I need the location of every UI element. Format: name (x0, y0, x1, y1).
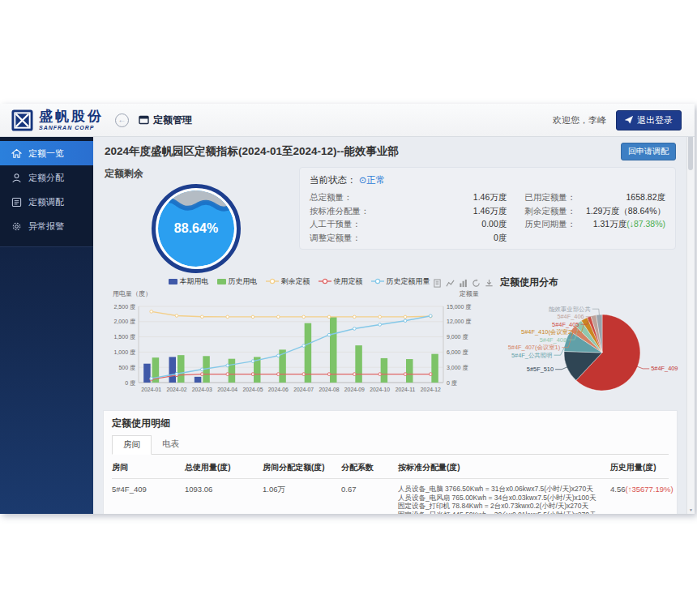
sidebar: 定额一览定额分配定额调配异常报警 (0, 136, 93, 514)
svg-text:5#4F_407(会议室1): 5#4F_407(会议室1) (508, 344, 561, 351)
welcome-text: 欢迎您，李峰 (553, 114, 606, 126)
status-pair-right-2: 剩余定额量：1.29万度（88.64%） (524, 204, 665, 218)
user-icon (11, 173, 22, 183)
logout-button[interactable]: 退出登录 (616, 110, 682, 130)
legend-marker (266, 278, 279, 286)
svg-text:2024-06: 2024-06 (268, 387, 289, 392)
charts-section: 本期用电历史用电剩余定额使用定额历史定额用量 用电量（度） 定额量 0 度0 度… (93, 273, 687, 403)
quota-distribution-block: 定额使用分布 5#4F_4095#5F_5105#4F_公共照明5#4F_407… (498, 276, 679, 403)
coef-cell: 0.67 (341, 485, 398, 514)
status-pair-label: 人工干预量： (310, 217, 361, 231)
breadcrumb: 定额管理 (139, 113, 192, 127)
history-percent: (↑35677.19%) (626, 485, 673, 494)
sidebar-item-4[interactable]: 异常报警 (0, 214, 93, 238)
save-image-icon[interactable] (485, 276, 494, 291)
svg-text:0 度: 0 度 (447, 380, 457, 387)
legend-label: 历史定额用量 (387, 276, 430, 287)
usage-bar-chart-block: 本期用电历史用电剩余定额使用定额历史定额用量 用电量（度） 定额量 0 度0 度… (105, 276, 494, 403)
data-view-icon[interactable] (433, 276, 442, 291)
legend-marker (217, 279, 226, 284)
restore-icon[interactable] (472, 276, 481, 291)
status-pair-value: 0.00度 (481, 217, 507, 231)
legend-label: 使用定额 (334, 276, 363, 287)
bar-chart-icon[interactable] (459, 276, 468, 291)
module-icon (139, 115, 149, 125)
usage-detail-card: 定额使用明细 房间电表 房间总使用量(度)房间分配定额(度)分配系数按标准分配量… (103, 410, 678, 514)
home-icon (11, 148, 22, 159)
svg-text:2024-07: 2024-07 (293, 387, 314, 392)
plane-icon (625, 116, 633, 124)
sidebar-item-label: 定额分配 (28, 172, 64, 184)
back-button[interactable]: ← (115, 113, 129, 127)
line-chart-icon[interactable] (446, 276, 455, 291)
table-row[interactable]: 5#4F_4091093.061.06万0.67人员设备_电脑 3766.50K… (112, 479, 669, 514)
table-column-header: 分配系数 (341, 462, 398, 473)
app-window: 盛帆股份 SANFRAN CORP ← 定额管理 欢迎您，李峰 退出登录 (0, 104, 695, 514)
allocation-detail-line: 人员设备_电风扇 765.00Kwh = 34台x0.03kwx7.5(小时/天… (398, 494, 610, 503)
detail-tab-1[interactable]: 房间 (112, 435, 152, 455)
status-pair-value: 1658.82度 (626, 190, 665, 204)
svg-text:2024-10: 2024-10 (370, 387, 390, 392)
breadcrumb-label: 定额管理 (153, 113, 192, 127)
brand-logo: 盛帆股份 SANFRAN CORP (0, 109, 104, 131)
brand-name: 盛帆股份 (39, 109, 104, 123)
status-pair-label: 剩余定额量： (524, 204, 575, 218)
standard-allocation-cell: 人员设备_电脑 3766.50Kwh = 31台x0.06kwx7.5(小时/天… (398, 485, 610, 514)
legend-label: 剩余定额 (281, 276, 310, 287)
sidebar-item-3[interactable]: 定额调配 (0, 190, 93, 214)
svg-text:6,000 度: 6,000 度 (447, 349, 468, 356)
vertical-scrollbar[interactable]: ▲ ▼ (686, 104, 695, 514)
sidebar-item-label: 异常报警 (28, 220, 64, 233)
table-body: 5#4F_4091093.061.06万0.67人员设备_电脑 3766.50K… (112, 479, 669, 514)
svg-text:0 度: 0 度 (125, 380, 135, 387)
svg-text:5#4F_405: 5#4F_405 (552, 321, 579, 328)
legend-label: 历史用电 (229, 276, 258, 287)
svg-text:2024-11: 2024-11 (396, 387, 416, 392)
allocated-quota-cell: 1.06万 (263, 485, 341, 514)
legend-item[interactable]: 历史用电 (217, 276, 258, 287)
top-header: 盛帆股份 SANFRAN CORP ← 定额管理 欢迎您，李峰 退出登录 (0, 104, 695, 137)
svg-text:5#4F_410(会议室2): 5#4F_410(会议室2) (521, 328, 574, 336)
svg-text:500 度: 500 度 (118, 365, 135, 371)
page-canvas: 盛帆股份 SANFRAN CORP ← 定额管理 欢迎您，李峰 退出登录 (0, 0, 697, 616)
quota-remaining-block: 定额剩余 88.64% (105, 167, 288, 273)
current-status-line: 当前状态： ⊙正常 (310, 174, 665, 186)
table-column-header: 历史用量(度) (610, 462, 669, 473)
svg-text:15,000 度: 15,000 度 (447, 304, 471, 310)
sidebar-item-1[interactable]: 定额一览 (0, 141, 93, 165)
apply-adjust-button[interactable]: 回申请调配 (621, 143, 676, 160)
svg-text:1,000 度: 1,000 度 (114, 349, 135, 356)
svg-text:3,000 度: 3,000 度 (447, 365, 468, 371)
status-pair-label: 按标准分配量： (310, 204, 370, 218)
allocation-detail-line: 固定设备_打印机 78.84Kwh = 2台x0.73kwx0.2(小时/天)x… (398, 502, 610, 511)
legend-item[interactable]: 使用定额 (319, 276, 363, 287)
sidebar-item-2[interactable]: 定额分配 (0, 165, 93, 190)
usage-detail-title: 定额使用明细 (112, 417, 669, 430)
svg-text:能效事业部公共: 能效事业部公共 (549, 306, 591, 313)
status-pair-left-1: 总定额量：1.46万度 (310, 190, 507, 204)
status-pair-right-1: 已用定额量：1658.82度 (524, 190, 665, 204)
legend-item[interactable]: 历史定额用量 (371, 276, 430, 287)
table-header-row: 房间总使用量(度)房间分配定额(度)分配系数按标准分配量(度)历史用量(度) (112, 455, 669, 479)
status-pair-left-4: 调整定额量：0度 (310, 231, 507, 245)
svg-text:2,500 度: 2,500 度 (114, 304, 135, 310)
quota-remaining-gauge: 88.64% (152, 184, 241, 273)
detail-tab-2[interactable]: 电表 (152, 435, 190, 454)
scroll-down-arrow[interactable]: ▼ (687, 507, 695, 512)
total-usage-cell: 1093.06 (185, 485, 263, 514)
legend-item[interactable]: 剩余定额 (266, 276, 310, 287)
svg-text:2024-05: 2024-05 (243, 387, 263, 392)
sidebar-menu: 定额一览定额分配定额调配异常报警 (0, 136, 93, 247)
legend-marker (371, 278, 384, 286)
content-title-row: 2024年度盛帆园区定额指标(2024-01至2024-12)--能效事业部 回… (93, 136, 687, 167)
status-pair-value: 1.31万度(↓87.38%) (593, 217, 665, 231)
svg-text:2024-12: 2024-12 (421, 387, 441, 392)
legend-item[interactable]: 本期用电 (169, 276, 209, 287)
status-pair-right-3: 历史同期量：1.31万度(↓87.38%) (524, 217, 665, 231)
status-pair-value: 0度 (494, 231, 507, 245)
table-column-header: 房间分配定额(度) (263, 462, 341, 473)
history-value: 4.56 (610, 485, 626, 494)
main-content: 2024年度盛帆园区定额指标(2024-01至2024-12)--能效事业部 回… (93, 136, 687, 514)
status-normal-value: 正常 (366, 175, 385, 185)
status-right-column: 已用定额量：1658.82度剩余定额量：1.29万度（88.64%）历史同期量：… (524, 190, 665, 244)
